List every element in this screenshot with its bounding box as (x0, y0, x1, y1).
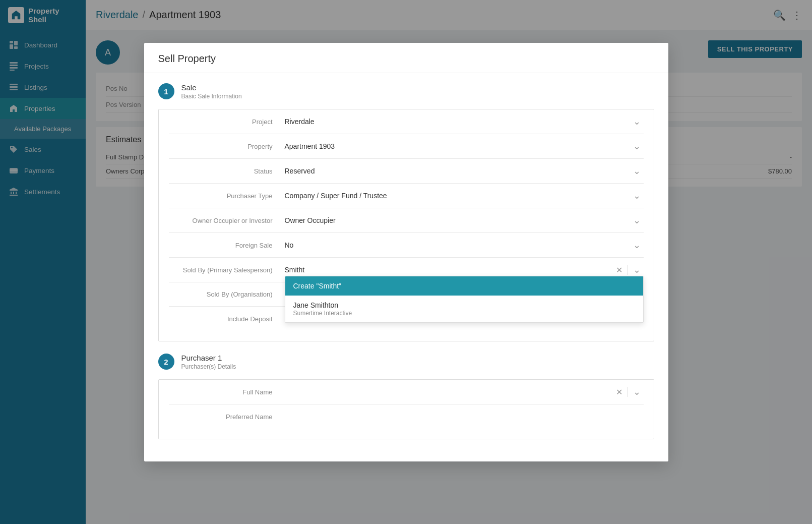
field-label-full-name: Full Name (169, 388, 285, 396)
field-label-status: Status (169, 167, 285, 175)
field-label-owner-occupier: Owner Occupier or Investor (169, 217, 285, 224)
dropdown-arrow-project[interactable]: ⌄ (630, 116, 644, 127)
field-label-purchaser-type: Purchaser Type (169, 192, 285, 200)
full-name-input[interactable] (285, 386, 613, 398)
field-label-sold-by-primary: Sold By (Primary Salesperson) (169, 266, 285, 274)
step1-circle: 1 (158, 83, 174, 99)
sale-form-section: Project Riverdale ⌄ Property Apartment 1… (158, 109, 654, 341)
form-row-foreign-sale: Foreign Sale No ⌄ (169, 233, 644, 258)
dropdown-item-jane[interactable]: Jane Smithton Sumertime Interactive (285, 296, 643, 322)
step1-title: Sale (181, 83, 242, 92)
step1-header: 1 Sale Basic Sale Information (158, 83, 654, 100)
field-label-preferred-name: Preferred Name (169, 413, 285, 421)
field-value-project: Riverdale (285, 115, 630, 128)
modal-header: Sell Property (144, 43, 668, 73)
field-value-status: Reserved (285, 165, 630, 177)
field-label-sold-by-org: Sold By (Organisation) (169, 290, 285, 298)
field-label-project: Project (169, 118, 285, 126)
field-control-foreign-sale: No ⌄ (285, 239, 644, 251)
step2-circle: 2 (158, 354, 174, 370)
dropdown-arrow-sold-by-primary[interactable]: ⌄ (630, 264, 644, 275)
form-row-status: Status Reserved ⌄ (169, 159, 644, 184)
form-row-sold-by-primary: Sold By (Primary Salesperson) ✕ ⌄ Create… (169, 258, 644, 282)
form-row-full-name: Full Name ✕ ⌄ (169, 380, 644, 404)
dropdown-arrow-property[interactable]: ⌄ (630, 141, 644, 152)
form-row-project: Project Riverdale ⌄ (169, 109, 644, 134)
divider-full-name (628, 387, 628, 397)
clear-full-name[interactable]: ✕ (613, 387, 626, 397)
dropdown-arrow-purchaser-type[interactable]: ⌄ (630, 190, 644, 201)
form-row-preferred-name: Preferred Name (169, 404, 644, 429)
field-value-owner-occupier: Owner Occupier (285, 214, 630, 226)
dropdown-item-create-label: Create "Smitht" (293, 282, 342, 290)
sold-by-primary-dropdown: Create "Smitht" Jane Smithton Sumertime … (285, 276, 644, 323)
step1-subtitle: Basic Sale Information (181, 93, 242, 100)
dropdown-arrow-foreign-sale[interactable]: ⌄ (630, 240, 644, 251)
field-control-project: Riverdale ⌄ (285, 115, 644, 128)
dropdown-item-create[interactable]: Create "Smitht" (285, 276, 643, 296)
field-control-preferred-name (285, 411, 644, 423)
field-control-property: Apartment 1903 ⌄ (285, 140, 644, 152)
step2-subtitle: Purchaser(s) Details (181, 363, 236, 370)
step2-info: Purchaser 1 Purchaser(s) Details (181, 354, 236, 370)
form-row-purchaser-type: Purchaser Type Company / Super Fund / Tr… (169, 184, 644, 208)
preferred-name-input[interactable] (285, 411, 644, 423)
field-value-foreign-sale: No (285, 239, 630, 251)
field-control-status: Reserved ⌄ (285, 165, 644, 177)
dropdown-arrow-owner-occupier[interactable]: ⌄ (630, 215, 644, 226)
purchaser-form-section: Full Name ✕ ⌄ Preferred Name (158, 379, 654, 439)
dropdown-arrow-full-name[interactable]: ⌄ (630, 386, 644, 397)
step2-title: Purchaser 1 (181, 354, 236, 362)
field-control-sold-by-primary[interactable]: ✕ ⌄ Create "Smitht" Jane Smithton Sumert… (285, 264, 644, 276)
field-value-property: Apartment 1903 (285, 140, 630, 152)
modal-title: Sell Property (158, 53, 654, 65)
step1-info: Sale Basic Sale Information (181, 83, 242, 100)
clear-sold-by-primary[interactable]: ✕ (613, 265, 626, 275)
dropdown-item-jane-name: Jane Smithton (293, 301, 635, 309)
field-label-foreign-sale: Foreign Sale (169, 242, 285, 249)
field-control-purchaser-type: Company / Super Fund / Trustee ⌄ (285, 190, 644, 202)
field-control-full-name: ✕ ⌄ (285, 386, 644, 398)
step2-header: 2 Purchaser 1 Purchaser(s) Details (158, 354, 654, 370)
field-control-owner-occupier: Owner Occupier ⌄ (285, 214, 644, 226)
field-value-purchaser-type: Company / Super Fund / Trustee (285, 190, 630, 202)
form-row-property: Property Apartment 1903 ⌄ (169, 134, 644, 159)
dropdown-item-jane-org: Sumertime Interactive (293, 310, 635, 317)
modal-body: 1 Sale Basic Sale Information Project Ri… (144, 73, 668, 461)
field-label-property: Property (169, 143, 285, 150)
divider (628, 265, 628, 275)
dropdown-arrow-status[interactable]: ⌄ (630, 165, 644, 177)
field-label-include-deposit: Include Deposit (169, 315, 285, 323)
sold-by-primary-input[interactable] (285, 264, 613, 276)
sell-property-modal: Sell Property 1 Sale Basic Sale Informat… (144, 43, 668, 461)
form-row-owner-occupier: Owner Occupier or Investor Owner Occupie… (169, 208, 644, 233)
